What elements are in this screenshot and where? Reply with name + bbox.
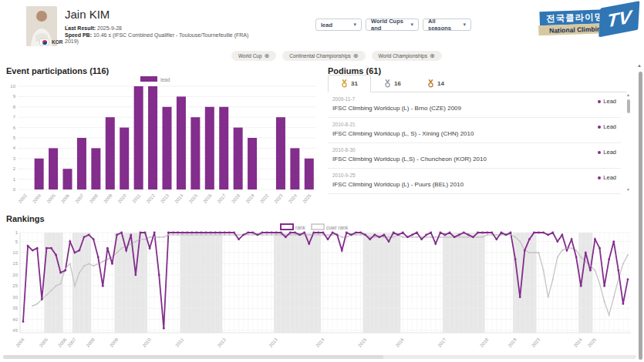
bar: [191, 117, 200, 189]
country-badge: KOR: [39, 39, 62, 45]
dashboard: KOR Jain KIM . Last Result: 2025-9-28 Sp…: [0, 0, 644, 362]
event-type-select[interactable]: World Cups and ▾: [366, 18, 419, 31]
podium-row[interactable]: 2010-8-30 IFSC Climbing Worldcup (L,S) -…: [328, 143, 621, 169]
svg-text:4: 4: [13, 146, 16, 150]
chevron-down-icon: ▾: [463, 22, 466, 28]
svg-text:2006: 2006: [57, 337, 68, 348]
svg-text:2002: 2002: [18, 193, 29, 204]
tab-silver-medals[interactable]: 16: [371, 75, 414, 92]
svg-text:2017: 2017: [217, 193, 228, 204]
bar: [163, 107, 172, 189]
svg-text:2015: 2015: [357, 337, 368, 348]
legend-swatch: [140, 76, 157, 82]
discipline-badge: Lead: [598, 174, 616, 181]
page-title: Jain KIM: [65, 8, 110, 21]
scrollbar-thumb[interactable]: [3, 355, 383, 359]
bar: [219, 107, 228, 189]
svg-text:5: 5: [13, 136, 16, 140]
svg-text:6: 6: [13, 126, 16, 130]
podium-row[interactable]: 2010-8-21 IFSC Climbing Worldcup (L, S) …: [328, 118, 621, 143]
svg-text:2018: 2018: [231, 193, 241, 204]
podium-row[interactable]: 2010-9-25 IFSC Climbing Worldcup (L) - P…: [328, 169, 621, 194]
season-band: [363, 233, 401, 333]
svg-text:9: 9: [13, 94, 16, 99]
svg-text:2004: 2004: [32, 193, 42, 204]
podium-medal-tabs: 31 16 14: [328, 75, 627, 92]
svg-text:7: 7: [13, 115, 16, 119]
horizontal-scrollbar[interactable]: [3, 355, 636, 359]
tab-gold-medals[interactable]: 31: [328, 75, 371, 92]
chip-continental-championships[interactable]: Continental Championships ⊕: [282, 51, 365, 61]
bar: [305, 159, 314, 189]
svg-text:2013: 2013: [268, 337, 279, 348]
bar: [106, 117, 115, 189]
svg-text:10: 10: [10, 84, 15, 89]
podium-date: 2010-8-21: [332, 122, 356, 127]
svg-text:2008: 2008: [89, 193, 99, 204]
discipline-badge: Lead: [598, 149, 616, 156]
podium-date: 2010-8-30: [332, 147, 356, 153]
country-code: KOR: [52, 39, 62, 45]
svg-text:2019: 2019: [245, 193, 256, 204]
svg-text:2023: 2023: [531, 337, 541, 348]
logo-tv-badge: TV: [598, 1, 639, 37]
svg-text:2011: 2011: [132, 193, 142, 203]
chevron-down-icon: ▾: [353, 22, 356, 28]
svg-text:2016: 2016: [395, 337, 406, 348]
lead-dot-icon: [598, 126, 601, 129]
svg-text:3: 3: [13, 156, 16, 161]
page-scrollbar[interactable]: [639, 72, 642, 360]
tab-bronze-medals[interactable]: 14: [414, 75, 457, 92]
svg-text:2022: 2022: [259, 193, 270, 204]
scrollbar-thumb[interactable]: [627, 99, 630, 113]
discipline-badge: Lead: [598, 98, 616, 105]
svg-text:2005: 2005: [39, 337, 49, 348]
podium-event: IFSC Climbing Worldcup (L) - Puurs (BEL)…: [332, 181, 464, 188]
svg-text:2007: 2007: [66, 337, 77, 348]
svg-text:2011: 2011: [175, 337, 185, 347]
bronze-medal-icon: [427, 79, 434, 88]
svg-text:2014: 2014: [315, 337, 326, 348]
svg-text:5: 5: [15, 240, 19, 244]
svg-text:2010: 2010: [117, 193, 128, 204]
svg-text:lead: lead: [160, 77, 170, 82]
bar: [77, 138, 86, 189]
svg-text:2024: 2024: [573, 337, 584, 348]
bar: [148, 86, 157, 189]
svg-text:2: 2: [13, 166, 16, 171]
svg-text:2007: 2007: [75, 193, 86, 204]
discipline-select[interactable]: lead ▾: [315, 18, 362, 31]
bar: [63, 169, 72, 189]
svg-text:2004: 2004: [15, 337, 26, 348]
korea-flag-icon: [39, 39, 49, 45]
add-filter-icon: ⊕: [353, 52, 359, 59]
bar: [35, 159, 44, 189]
svg-text:35: 35: [12, 306, 18, 310]
bar: [234, 128, 243, 189]
channel-logo: 전국클라이밍 National Climbing TV: [536, 2, 644, 46]
svg-text:30: 30: [12, 295, 18, 300]
svg-text:cuwr rank: cuwr rank: [326, 225, 349, 230]
svg-text:8: 8: [13, 105, 16, 109]
svg-text:2016: 2016: [202, 193, 213, 204]
svg-text:2006: 2006: [60, 193, 71, 204]
podium-row[interactable]: 2009-11-7 IFSC Climbing Worldcup (L) - B…: [328, 92, 621, 118]
bar: [205, 107, 214, 189]
podium-date: 2010-9-25: [332, 173, 356, 178]
lead-dot-icon: [598, 151, 601, 154]
season-select[interactable]: All seasons ▾: [423, 18, 471, 31]
chip-world-cup[interactable]: World Cup ⊕: [231, 51, 276, 61]
scroll-down-icon[interactable]: ▼: [626, 188, 630, 192]
svg-text:2012: 2012: [217, 337, 228, 348]
svg-text:2008: 2008: [86, 337, 96, 348]
chip-world-championships[interactable]: World Championships ⊕: [372, 51, 442, 61]
podium-date: 2009-11-7: [332, 96, 355, 102]
svg-text:40: 40: [12, 317, 18, 322]
scroll-up-icon[interactable]: ▲: [637, 63, 642, 68]
scroll-up-icon[interactable]: ▲: [626, 93, 630, 97]
podium-list-scrollbar[interactable]: ▲ ▼: [625, 93, 632, 192]
svg-text:2013: 2013: [160, 193, 170, 204]
svg-text:2019: 2019: [507, 337, 518, 348]
add-filter-icon: ⊕: [265, 52, 270, 59]
svg-text:2025: 2025: [302, 193, 312, 204]
